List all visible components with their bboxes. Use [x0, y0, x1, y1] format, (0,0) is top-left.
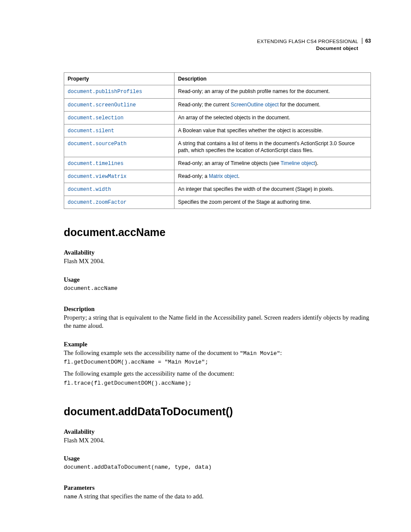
prop-link[interactable]: document.zoomFactor	[68, 199, 127, 205]
prop-link[interactable]: document.selection	[68, 115, 124, 121]
param-desc: A string that specifies the name of the …	[77, 493, 203, 500]
table-row: document.publishProfiles Read-only; an a…	[64, 85, 371, 98]
subheading-usage: Usage	[64, 455, 371, 462]
table-row: document.sourcePath A string that contai…	[64, 137, 371, 157]
subheading-parameters: Parameters	[64, 484, 371, 492]
prop-link[interactable]: document.width	[68, 187, 111, 193]
prop-link[interactable]: document.viewMatrix	[68, 174, 127, 180]
availability-text: Flash MX 2004.	[64, 436, 371, 445]
page-header: EXTENDING FLASH CS4 PROFESSIONAL Documen…	[64, 38, 371, 52]
section-heading-adddata: document.addDataToDocument()	[64, 405, 371, 418]
page-number: 63	[362, 38, 371, 44]
table-header-row: Property Description	[64, 73, 371, 85]
sections: document.accName Availability Flash MX 2…	[64, 226, 371, 501]
prop-desc: A string that contains a list of items i…	[174, 137, 371, 157]
table-row: document.timelines Read-only; an array o…	[64, 157, 371, 170]
table-row: document.screenOutline Read-only; the cu…	[64, 98, 371, 111]
prop-desc: An integer that specifies the width of t…	[174, 183, 371, 196]
prop-link[interactable]: document.publishProfiles	[68, 89, 142, 95]
param-row: name A string that specifies the name of…	[64, 492, 371, 501]
col-description: Description	[174, 73, 371, 85]
doc-title: EXTENDING FLASH CS4 PROFESSIONAL	[257, 38, 358, 45]
prop-desc: Specifies the zoom percent of the Stage …	[174, 196, 371, 209]
prop-desc: A Boolean value that specifies whether t…	[174, 124, 371, 137]
example-intro-1: The following example sets the accessibi…	[64, 349, 371, 358]
prop-link[interactable]: document.sourcePath	[68, 141, 127, 147]
header-inner: EXTENDING FLASH CS4 PROFESSIONAL Documen…	[257, 38, 371, 52]
subheading-description: Description	[64, 305, 371, 313]
table-row: document.viewMatrix Read-only; a Matrix …	[64, 170, 371, 183]
table-row: document.selection An array of the selec…	[64, 111, 371, 124]
subheading-availability: Availability	[64, 249, 371, 256]
example-intro-2: The following example gets the accessibi…	[64, 370, 371, 378]
subheading-example: Example	[64, 341, 371, 348]
inline-link[interactable]: ScreenOutline object	[230, 102, 278, 108]
description-text: Property; a string that is equivalent to…	[64, 314, 371, 330]
header-text: EXTENDING FLASH CS4 PROFESSIONAL Documen…	[257, 38, 358, 52]
prop-desc: An array of the selected objects in the …	[174, 111, 371, 124]
prop-link[interactable]: document.screenOutline	[68, 102, 136, 108]
availability-text: Flash MX 2004.	[64, 257, 371, 266]
example-code-1: fl.getDocumentDOM().accName = "Main Movi…	[64, 359, 371, 366]
col-property: Property	[64, 73, 174, 85]
prop-desc: Read-only; an array of the publish profi…	[174, 85, 371, 98]
prop-desc: Read-only; a Matrix object.	[174, 170, 371, 183]
prop-desc: Read-only; an array of Timeline objects …	[174, 157, 371, 170]
subheading-usage: Usage	[64, 276, 371, 283]
subheading-availability: Availability	[64, 428, 371, 436]
property-table: Property Description document.publishPro…	[64, 72, 371, 209]
prop-link[interactable]: document.timelines	[68, 161, 124, 167]
doc-section: Document object	[257, 45, 358, 52]
table-row: document.silent A Boolean value that spe…	[64, 124, 371, 137]
prop-link[interactable]: document.silent	[68, 128, 114, 134]
table-row: document.zoomFactor Specifies the zoom p…	[64, 196, 371, 209]
usage-code: document.accName	[64, 285, 371, 292]
param-name: name	[64, 494, 77, 500]
table-row: document.width An integer that specifies…	[64, 183, 371, 196]
inline-link[interactable]: Matrix object	[209, 173, 238, 179]
usage-code: document.addDataToDocument(name, type, d…	[64, 464, 371, 471]
inline-code: "Main Movie"	[240, 350, 280, 357]
inline-link[interactable]: Timeline object	[280, 160, 315, 166]
section-heading-accname: document.accName	[64, 226, 371, 239]
example-code-2: fl.trace(fl.getDocumentDOM().accName);	[64, 380, 371, 387]
prop-desc: Read-only; the current ScreenOutline obj…	[174, 98, 371, 111]
